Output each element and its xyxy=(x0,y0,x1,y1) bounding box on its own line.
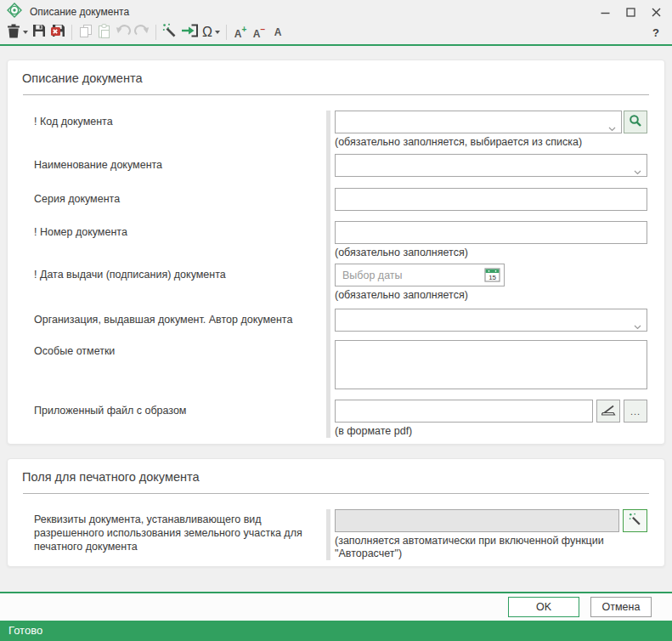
paste-icon xyxy=(98,24,111,42)
notes-label: Особые отметки xyxy=(8,340,326,400)
font-reset-button[interactable]: A xyxy=(268,23,287,42)
titlebar: Описание документа xyxy=(0,0,672,22)
plus-sign: + xyxy=(241,25,246,34)
svg-text:15: 15 xyxy=(488,274,496,281)
organization-label: Организация, выдавшая документ. Автор до… xyxy=(8,309,326,340)
field-row-name: Наименование документа xyxy=(8,154,664,188)
special-symbols-button[interactable]: Ω xyxy=(200,23,222,42)
paste-button[interactable] xyxy=(95,23,114,42)
field-row-number: ! Номер документа (обязательно заполняет… xyxy=(8,221,664,264)
delete-button[interactable] xyxy=(5,23,30,42)
footer-buttons: OK Отмена xyxy=(0,593,672,621)
toolbar-separator xyxy=(226,25,227,40)
file-label: Приложенный файл с образом xyxy=(8,400,326,438)
code-hint: (обязательно заполняется, выбирается из … xyxy=(335,136,647,149)
section-divider xyxy=(23,493,649,494)
code-label: ! Код документа xyxy=(8,111,326,154)
autocalc-wand-button[interactable] xyxy=(161,23,179,42)
copy-button[interactable] xyxy=(76,23,95,42)
copy-icon xyxy=(79,24,93,42)
series-label: Серия документа xyxy=(8,188,326,221)
code-combobox[interactable] xyxy=(335,111,622,133)
cancel-save-button[interactable] xyxy=(48,23,67,42)
magic-wand-icon xyxy=(629,513,642,530)
field-row-code: ! Код документа xyxy=(8,111,664,154)
field-row-requisites: Реквизиты документа, устанавливающего ви… xyxy=(8,509,664,560)
toolbar-separator xyxy=(71,25,72,40)
magic-wand-icon xyxy=(162,23,178,42)
window-title: Описание документа xyxy=(30,6,592,18)
notes-textarea[interactable] xyxy=(335,340,647,389)
field-row-organization: Организация, выдавшая документ. Автор до… xyxy=(8,309,664,340)
ellipsis-icon: ... xyxy=(630,406,641,417)
name-label: Наименование документа xyxy=(8,154,326,188)
browse-button[interactable]: ... xyxy=(624,400,647,423)
section-title: Поля для печатного документа xyxy=(8,459,664,485)
font-reset-icon: A xyxy=(274,26,282,38)
font-increase-button[interactable]: A+ xyxy=(231,23,250,42)
requisites-label: Реквизиты документа, устанавливающего ви… xyxy=(8,509,326,560)
delete-dropdown-caret xyxy=(23,31,28,34)
cancel-button[interactable]: Отмена xyxy=(590,597,652,617)
content-area: Описание документа ! Код документа xyxy=(0,46,672,592)
save-button[interactable] xyxy=(30,23,48,42)
field-row-file: Приложенный файл с образом xyxy=(8,400,664,438)
trash-icon xyxy=(7,24,20,42)
import-arrow-icon xyxy=(181,24,199,41)
toolbar: Ω A+ A− A ? xyxy=(0,22,672,44)
requisites-autocalc-button[interactable] xyxy=(623,509,647,532)
omega-dropdown-caret xyxy=(215,31,220,34)
number-label: ! Номер документа xyxy=(8,221,326,264)
font-decrease-button[interactable]: A− xyxy=(250,23,268,42)
code-search-button[interactable] xyxy=(624,111,647,133)
dialog-window: Описание документа xyxy=(0,0,672,641)
number-hint: (обязательно заполняется) xyxy=(335,247,647,259)
redo-button[interactable] xyxy=(133,23,151,42)
minus-sign: − xyxy=(260,25,265,34)
scan-button[interactable] xyxy=(596,400,620,423)
save-cancel-icon xyxy=(50,24,65,42)
section-title: Описание документа xyxy=(8,60,664,86)
print-fields-panel: Поля для печатного документа Реквизиты д… xyxy=(7,458,665,567)
maximize-button[interactable] xyxy=(618,3,643,21)
name-combobox[interactable] xyxy=(335,154,647,177)
minimize-button[interactable] xyxy=(592,3,618,21)
series-input[interactable] xyxy=(335,188,647,211)
scanner-icon xyxy=(601,405,616,418)
date-input[interactable] xyxy=(335,264,505,286)
requisites-input xyxy=(335,509,619,532)
redo-icon xyxy=(134,24,150,41)
help-icon: ? xyxy=(648,26,664,39)
date-label: ! Дата выдачи (подписания) документа xyxy=(8,264,326,309)
field-row-date: ! Дата выдачи (подписания) документа xyxy=(8,264,664,309)
undo-button[interactable] xyxy=(114,23,133,42)
requisites-hint: (заполняется автоматически при включенно… xyxy=(335,535,647,560)
field-row-series: Серия документа xyxy=(8,188,664,221)
help-button[interactable]: ? xyxy=(647,23,665,42)
ok-button[interactable]: OK xyxy=(508,597,579,617)
app-geopoint-icon xyxy=(7,3,22,21)
omega-icon: Ω xyxy=(202,25,212,40)
toolbar-separator xyxy=(155,25,156,40)
status-bar: Готово xyxy=(0,621,672,641)
field-row-notes: Особые отметки xyxy=(8,340,664,400)
undo-icon xyxy=(116,24,131,41)
organization-combobox[interactable] xyxy=(335,309,647,332)
date-hint: (обязательно заполняется) xyxy=(335,289,647,302)
save-icon xyxy=(32,24,46,41)
file-path-input[interactable] xyxy=(335,400,593,423)
section-divider xyxy=(23,94,649,95)
insert-from-list-button[interactable] xyxy=(179,23,200,42)
search-icon xyxy=(629,114,642,131)
number-input[interactable] xyxy=(335,221,647,244)
close-button[interactable] xyxy=(643,3,669,21)
file-hint: (в формате pdf) xyxy=(335,425,647,438)
document-description-panel: Описание документа ! Код документа xyxy=(7,60,665,445)
calendar-icon[interactable]: 15 xyxy=(484,267,501,286)
